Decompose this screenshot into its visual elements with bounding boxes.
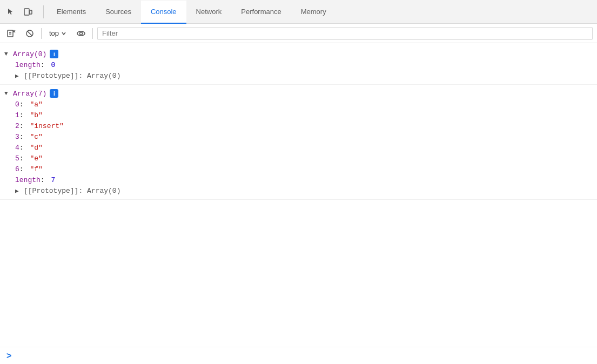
svg-point-10	[80, 32, 83, 35]
tab-bar: Elements Sources Console Network Perform…	[0, 0, 597, 24]
context-selector[interactable]: top	[46, 28, 70, 38]
array0-info-badge[interactable]: i	[50, 50, 58, 58]
array7-item-4: 4: "d"	[0, 142, 597, 153]
array7-prototype[interactable]: [[Prototype]]: Array(0)	[0, 185, 597, 196]
tabs: Elements Sources Console Network Perform…	[47, 0, 336, 23]
devtools-icons	[3, 4, 36, 19]
clear-console-button[interactable]	[4, 26, 18, 41]
svg-rect-0	[24, 9, 29, 15]
context-label: top	[49, 29, 59, 37]
array0-length-value: 0	[51, 61, 55, 69]
array7-label: Array(7)	[13, 90, 46, 98]
svg-rect-1	[30, 10, 32, 14]
array0-group: Array(0) i length : 0 [[Prototype]]: Arr…	[0, 45, 597, 85]
array7-prototype-label: [[Prototype]]: Array(0)	[24, 187, 120, 195]
array7-info-badge[interactable]: i	[50, 89, 58, 98]
array0-header[interactable]: Array(0) i	[0, 49, 597, 59]
tab-memory[interactable]: Memory	[291, 1, 336, 24]
toolbar-divider-2	[92, 28, 93, 39]
block-button[interactable]	[23, 26, 37, 41]
array0-length-key: length	[15, 61, 41, 69]
device-icon-button[interactable]	[21, 4, 36, 19]
array7-group: Array(7) i 0: "a" 1: "b" 2: "insert" 3: …	[0, 85, 597, 200]
console-content: Array(0) i length : 0 [[Prototype]]: Arr…	[0, 43, 597, 347]
cursor-icon-button[interactable]	[3, 4, 18, 19]
chevron-down-icon	[61, 31, 66, 36]
tab-performance[interactable]: Performance	[231, 1, 291, 24]
toolbar-divider	[41, 28, 42, 39]
array0-prototype-label: [[Prototype]]: Array(0)	[24, 72, 120, 80]
array0-expand-arrow[interactable]	[4, 51, 11, 57]
array0-prototype[interactable]: [[Prototype]]: Array(0)	[0, 70, 597, 81]
tab-sources[interactable]: Sources	[96, 1, 141, 24]
array7-item-2: 2: "insert"	[0, 120, 597, 131]
prompt-arrow: >	[6, 351, 11, 361]
tab-network[interactable]: Network	[186, 1, 232, 24]
tab-divider-1	[43, 5, 44, 18]
filter-input[interactable]	[97, 27, 593, 40]
array7-header[interactable]: Array(7) i	[0, 88, 597, 99]
array7-item-5: 5: "e"	[0, 153, 597, 164]
array0-prototype-arrow[interactable]	[15, 72, 22, 79]
svg-rect-2	[8, 30, 13, 37]
console-toolbar: top	[0, 24, 597, 43]
array7-item-0: 0: "a"	[0, 99, 597, 110]
array7-length-key: length	[15, 176, 41, 184]
array7-item-6: 6: "f"	[0, 164, 597, 174]
array7-expand-arrow[interactable]	[4, 90, 11, 97]
array0-label: Array(0)	[13, 50, 46, 58]
array0-length: length : 0	[0, 59, 597, 70]
console-prompt[interactable]: >	[0, 347, 597, 364]
array0-length-colon: :	[41, 61, 49, 69]
array7-item-1: 1: "b"	[0, 110, 597, 120]
array7-prototype-arrow[interactable]	[15, 187, 22, 194]
tab-elements[interactable]: Elements	[47, 1, 96, 24]
eye-icon	[77, 29, 85, 38]
svg-line-8	[28, 31, 32, 36]
array7-item-3: 3: "c"	[0, 131, 597, 142]
array7-length: length : 7	[0, 174, 597, 185]
eye-icon-button[interactable]	[74, 26, 88, 41]
array7-length-value: 7	[51, 176, 55, 184]
tab-console[interactable]: Console	[141, 1, 186, 24]
